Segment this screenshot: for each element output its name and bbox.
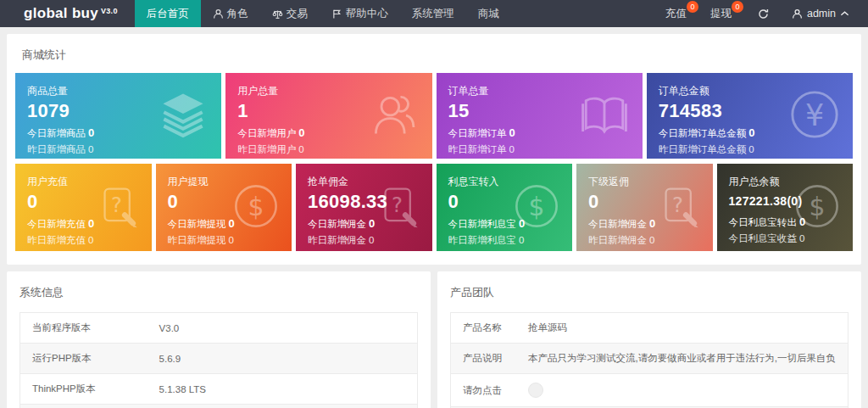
stat-card-users-total: 用户总量 1 今日新增用户0 昨日新增用户0	[225, 73, 431, 159]
withdraw-label: 提现	[710, 7, 732, 21]
stat-card-line-yesterday: 昨日新增订单总金额0	[659, 142, 841, 158]
table-row: MySQL数据库版本 5.7.26	[20, 405, 418, 408]
dollar-circle-icon: $	[232, 182, 280, 233]
table-row: 当前程序版本 V3.0	[20, 313, 418, 344]
recharge-badge: 0	[687, 1, 698, 13]
navbar-right: 充值 0 提现 0 admin	[655, 0, 868, 27]
menu-item-system-admin[interactable]: 系统管理	[400, 0, 466, 27]
chevron-up-icon	[840, 10, 849, 17]
svg-text:?: ?	[110, 193, 121, 217]
svg-text:$: $	[810, 191, 826, 221]
user-icon	[213, 8, 224, 20]
menu-item-label: 后台首页	[147, 7, 189, 21]
doc-question-icon: ?	[96, 183, 140, 232]
refresh-icon	[757, 8, 770, 20]
system-info-title: 系统信息	[19, 278, 418, 312]
stat-card-order-amount-total: 订单总金额 714583 今日新增订单总金额0 昨日新增订单总金额0 ¥	[647, 73, 853, 159]
refresh-button[interactable]	[745, 0, 782, 27]
svg-text:?: ?	[671, 193, 682, 217]
menu-item-label: 交易	[287, 7, 308, 21]
user-icon	[792, 8, 803, 20]
stat-card-line-yesterday: 昨日新增佣金0	[588, 232, 701, 249]
bottom-panels: 系统信息 当前程序版本 V3.0 运行PHP版本 5.6.9 ThinkPHP版…	[7, 271, 861, 408]
stat-card-line-yesterday: 昨日新增利息宝0	[448, 232, 561, 249]
app-logo: global buy V3.0	[0, 0, 135, 27]
stat-card-line-yesterday: 今日利息宝收益0	[729, 231, 842, 247]
row-label: 产品说明	[451, 344, 517, 374]
menu-item-roles[interactable]: 角色	[201, 0, 260, 27]
recharge-button[interactable]: 充值 0	[655, 0, 700, 27]
stat-card-grab-commission: 抢单佣金 16098.33 今日新增佣金0 昨日新增佣金0 ?	[296, 164, 432, 251]
stat-card-line-yesterday: 昨日新增佣金0	[308, 232, 420, 249]
table-row: 请勿点击	[451, 374, 849, 407]
row-label: 产品名称	[451, 313, 517, 344]
stat-card-user-withdraw: 用户提现 0 今日新增提现0 昨日新增提现0 $	[156, 164, 292, 251]
dollar-circle-icon: $	[513, 182, 560, 233]
username: admin	[807, 8, 836, 20]
stat-card-line-yesterday: 昨日新增商品0	[27, 142, 209, 158]
system-info-table: 当前程序版本 V3.0 运行PHP版本 5.6.9 ThinkPHP版本 5.1…	[19, 312, 418, 408]
table-row: 产品说明 本产品只为学习测试交流,请勿要做商业或者用于违法行为,一切后果自负	[451, 344, 849, 374]
table-row: 运行PHP版本 5.6.9	[20, 344, 418, 374]
row-label: 运行PHP版本	[20, 344, 147, 374]
stat-card-line-yesterday: 昨日新增充值0	[27, 232, 140, 249]
table-row: ThinkPHP版本 5.1.38 LTS	[20, 374, 418, 405]
yuan-circle-icon: ¥	[788, 88, 841, 144]
row-value: 本产品只为学习测试交流,请勿要做商业或者用于违法行为,一切后果自负	[516, 344, 848, 374]
app-version: V3.0	[101, 7, 118, 15]
section-title-mall-stats: 商城统计	[15, 41, 853, 73]
table-row: 产品名称 抢单源码	[451, 313, 849, 344]
row-value: 抢单源码	[516, 313, 848, 344]
doc-question-icon: ?	[657, 183, 701, 232]
scales-icon	[272, 8, 283, 20]
row-value	[516, 374, 848, 407]
mall-stats-panel: 商城统计 商品总量 1079 今日新增商品0 昨日新增商品0 用户总量 1 今日…	[7, 34, 861, 265]
withdraw-badge: 0	[732, 1, 743, 13]
stats-row-2: 用户充值 0 今日新增充值0 昨日新增充值0 ? 用户提现 0 今日新增提现0 …	[15, 164, 853, 251]
layers-icon	[157, 90, 209, 143]
row-value: V3.0	[147, 313, 418, 344]
main-menu: 后台首页 角色 交易 帮助中心 系统管理 商城	[135, 0, 511, 27]
menu-item-label: 商城	[478, 7, 499, 21]
stat-card-line-yesterday: 昨日新增订单0	[448, 142, 631, 158]
menu-item-label: 角色	[227, 7, 248, 21]
stat-card-user-total-balance: 用户总余额 127221.38(0) 今日利息宝转出0 今日利息宝收益0 $	[717, 164, 854, 251]
row-label: 当前程序版本	[20, 313, 147, 344]
stats-row-1: 商品总量 1079 今日新增商品0 昨日新增商品0 用户总量 1 今日新增用户0…	[15, 73, 853, 159]
system-info-panel: 系统信息 当前程序版本 V3.0 运行PHP版本 5.6.9 ThinkPHP版…	[7, 271, 431, 408]
menu-item-label: 系统管理	[412, 7, 454, 21]
svg-text:$: $	[529, 191, 545, 221]
menu-item-mall[interactable]: 商城	[466, 0, 511, 27]
svg-text:$: $	[248, 191, 264, 221]
stat-card-user-recharge: 用户充值 0 今日新增充值0 昨日新增充值0 ?	[15, 164, 152, 251]
row-label: MySQL数据库版本	[20, 405, 147, 408]
product-team-table: 产品名称 抢单源码 产品说明 本产品只为学习测试交流,请勿要做商业或者用于违法行…	[450, 312, 849, 408]
stat-card-interest-transfer-in: 利息宝转入 0 今日新增利息宝0 昨日新增利息宝0 $	[437, 164, 573, 251]
menu-item-dashboard[interactable]: 后台首页	[135, 0, 201, 27]
dollar-circle-icon: $	[793, 182, 841, 233]
menu-item-help-center[interactable]: 帮助中心	[320, 0, 400, 27]
user-menu[interactable]: admin	[782, 0, 868, 27]
doc-question-icon: ?	[376, 183, 420, 232]
row-value: 5.6.9	[147, 344, 418, 374]
withdraw-button[interactable]: 提现 0	[700, 0, 745, 27]
stat-card-orders-total: 订单总量 15 今日新增订单0 昨日新增订单0	[437, 73, 643, 159]
users-icon	[368, 89, 420, 143]
top-navbar: global buy V3.0 后台首页 角色 交易 帮助中心 系统管理 商城 …	[0, 0, 868, 27]
flag-icon	[331, 8, 342, 20]
stat-card-line-yesterday: 昨日新增提现0	[168, 232, 281, 249]
stat-card-products-total: 商品总量 1079 今日新增商品0 昨日新增商品0	[15, 73, 221, 159]
stat-card-subordinate-rebate: 下级返佣 0 今日新增佣金0 昨日新增佣金0 ?	[576, 164, 713, 251]
stat-card-line-yesterday: 昨日新增用户0	[237, 142, 420, 158]
recharge-label: 充值	[665, 7, 687, 21]
svg-text:?: ?	[391, 193, 402, 217]
row-value: 5.1.38 LTS	[147, 374, 418, 405]
do-not-click-icon[interactable]	[528, 383, 543, 398]
book-icon	[578, 90, 631, 143]
product-team-title: 产品团队	[450, 278, 849, 312]
menu-item-trade[interactable]: 交易	[260, 0, 320, 27]
row-label: 请勿点击	[451, 374, 517, 407]
row-value: 5.7.26	[147, 405, 418, 408]
menu-item-label: 帮助中心	[346, 7, 388, 21]
row-label: ThinkPHP版本	[20, 374, 147, 405]
